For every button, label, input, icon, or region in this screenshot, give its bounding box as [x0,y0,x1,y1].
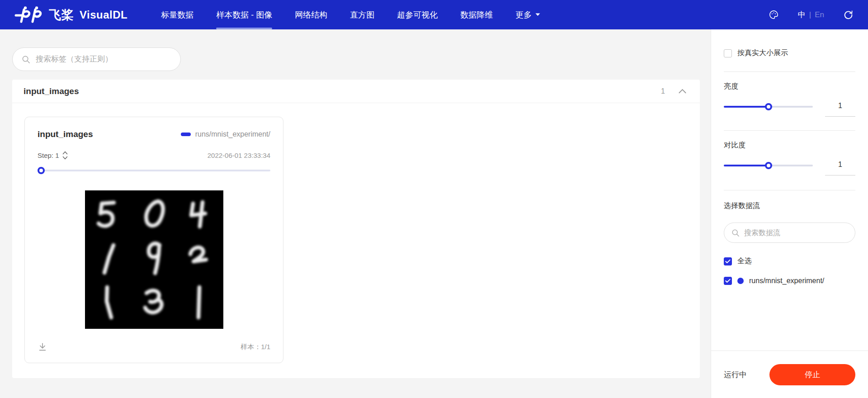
chevron-down-icon [535,13,540,16]
tag-panel-input-images: input_images 1 input_images [12,80,700,378]
contrast-slider-thumb[interactable] [765,162,772,169]
step-slider-track[interactable] [38,170,270,171]
run-color-dot [737,278,744,284]
nav-tabs: 标量数据 样本数据 - 图像 网络结构 直方图 超参可视化 数据降维 更多 [161,0,540,29]
step-slider-thumb[interactable] [38,167,45,174]
contrast-value-input[interactable] [825,161,855,175]
main-content: input_images 1 input_images [0,29,711,398]
select-all-runs[interactable]: 全选 [724,256,855,266]
run-search-box[interactable] [724,223,855,243]
contrast-label: 对比度 [724,141,855,150]
digit-1c [198,287,199,317]
real-size-label: 按真实大小展示 [737,48,788,58]
divider [724,130,855,131]
sample-timestamp: 2022-06-01 23:33:34 [208,152,270,159]
settings-sidebar: 按真实大小展示 亮度 对比度 [711,29,868,398]
select-all-checkbox[interactable] [724,257,732,265]
mnist-sample-image [85,190,223,329]
divider [724,71,855,72]
run-checkbox[interactable] [724,277,732,285]
panel-body: input_images runs/mnist_experiment/ Step… [12,103,700,378]
lang-zh[interactable]: 中 [798,9,806,20]
run-legend-label: runs/mnist_experiment/ [195,130,270,138]
theme-palette-icon[interactable] [769,9,779,20]
navbar-right: 中 | En [769,9,854,20]
visualdl-app: 飞桨 VisualDL 标量数据 样本数据 - 图像 网络结构 直方图 超参可视… [0,0,868,398]
lang-separator: | [809,10,811,19]
brightness-slider[interactable] [724,103,813,110]
tab-more[interactable]: 更多 [515,0,540,29]
lang-en[interactable]: En [815,10,824,19]
search-icon [731,229,740,237]
real-size-checkbox[interactable] [724,49,732,57]
step-label: Step: 1 [38,152,59,159]
brightness-slider-thumb[interactable] [765,103,772,110]
runtime-status-bar: 运行中 停止 [711,351,868,398]
run-item-mnist-experiment[interactable]: runs/mnist_experiment/ [724,277,855,285]
brightness-label: 亮度 [724,82,855,91]
app-name: VisualDL [80,9,127,21]
panel-title: input_images [24,86,79,96]
tab-dim-reduction[interactable]: 数据降维 [460,0,493,29]
collapse-chevron-up-icon[interactable] [679,89,686,94]
search-icon [22,55,30,64]
brightness-value-input[interactable] [825,102,855,117]
samples-counter: 样本：1/1 [241,343,270,351]
tag-search-box[interactable] [12,47,181,71]
tab-sample-image[interactable]: 样本数据 - 图像 [216,0,272,29]
run-legend-dash [181,133,191,136]
brand-name: 飞桨 [49,7,74,23]
tag-search-input[interactable] [36,55,171,64]
run-search-input[interactable] [744,229,848,237]
card-title: input_images [38,129,93,139]
step-stepper[interactable]: Step: 1 [38,151,68,160]
download-icon[interactable] [38,342,47,352]
paddlepaddle-logo-icon [14,6,43,24]
run-item-label: runs/mnist_experiment/ [749,277,824,285]
refresh-icon[interactable] [843,9,854,20]
stop-button[interactable]: 停止 [769,364,855,385]
select-all-label: 全选 [737,256,752,266]
image-sample-card: input_images runs/mnist_experiment/ Step… [24,117,283,363]
divider [724,190,855,190]
language-switch[interactable]: 中 | En [798,9,824,20]
panel-header: input_images 1 [12,80,700,103]
running-status-text: 运行中 [724,370,747,380]
step-up-down-icon[interactable] [62,151,68,160]
runs-section-title: 选择数据流 [724,201,855,211]
step-slider[interactable] [38,167,270,174]
real-size-toggle[interactable]: 按真实大小展示 [724,48,855,58]
brand-home-link[interactable]: 飞桨 VisualDL [14,6,127,24]
panel-count-badge: 1 [661,87,665,95]
tab-graph[interactable]: 网络结构 [295,0,327,29]
tab-scalar[interactable]: 标量数据 [161,0,193,29]
top-navbar: 飞桨 VisualDL 标量数据 样本数据 - 图像 网络结构 直方图 超参可视… [0,0,868,29]
tab-histogram[interactable]: 直方图 [350,0,374,29]
run-legend[interactable]: runs/mnist_experiment/ [181,130,270,138]
tab-hyperparams[interactable]: 超参可视化 [397,0,438,29]
contrast-slider[interactable] [724,162,813,169]
